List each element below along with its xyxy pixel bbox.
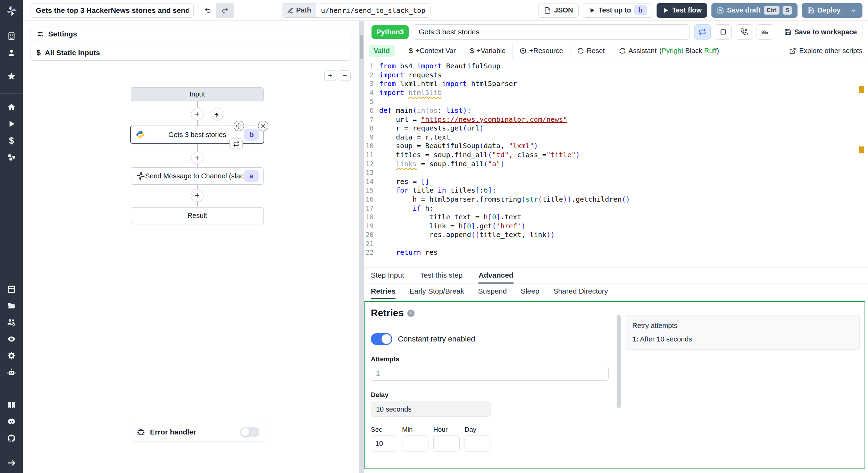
code-line[interactable]: 5 <box>364 97 868 106</box>
flow-title-input[interactable] <box>31 3 194 18</box>
code-line[interactable]: 18 title_text = h[0].text <box>364 213 868 222</box>
subtab-retries[interactable]: Retries <box>371 284 395 299</box>
result-node[interactable]: Result <box>131 207 264 224</box>
step-node-b[interactable]: Gets 3 best stories b <box>130 126 264 144</box>
code-line[interactable]: 2import requests <box>364 71 868 80</box>
code-line[interactable]: 22 return res <box>364 248 868 257</box>
star-icon[interactable] <box>6 71 17 82</box>
deploy-button[interactable]: Deploy <box>802 3 862 18</box>
undo-button[interactable] <box>199 3 216 18</box>
error-handler-toggle[interactable] <box>240 427 259 437</box>
explore-other-scripts-button[interactable]: Explore other scripts <box>789 47 862 55</box>
day-input[interactable] <box>465 436 491 451</box>
test-flow-button[interactable]: Test flow <box>657 3 707 18</box>
move-step-button[interactable] <box>234 121 244 131</box>
calendar-icon[interactable] <box>6 284 17 294</box>
add-variable-button[interactable]: $ +Variable <box>470 47 506 55</box>
code-editor[interactable]: 1from bs4 import BeautifulSoup2import re… <box>364 59 868 267</box>
robot-icon[interactable] <box>6 367 17 378</box>
code-line[interactable]: 11 titles = soup.find_all("td", class_="… <box>364 151 868 160</box>
graph-zoom-in-button[interactable]: + <box>324 70 336 81</box>
retries-scrollbar[interactable] <box>617 307 621 468</box>
tab-advanced[interactable]: Advanced <box>478 268 513 284</box>
code-line[interactable]: 3from lxml.html import html5parser <box>364 79 868 88</box>
code-line[interactable]: 14 res = [] <box>364 177 868 186</box>
tab-step-input[interactable]: Step Input <box>371 268 404 284</box>
cubes-icon[interactable] <box>6 152 17 162</box>
attempts-input[interactable] <box>371 366 609 381</box>
constant-retry-toggle[interactable] <box>371 333 392 345</box>
add-resource-button[interactable]: +Resource <box>520 47 563 55</box>
sleep-shortcut-button[interactable] <box>757 24 773 40</box>
step-title-input[interactable] <box>413 24 690 40</box>
assistant-button[interactable]: Assistant (Pyright Black Ruff) <box>619 47 719 55</box>
code-line[interactable]: 4import html5lib <box>364 88 868 98</box>
code-line[interactable]: 20 res.append((title_text, link)) <box>364 230 868 239</box>
retries-shortcut-button[interactable] <box>694 24 711 40</box>
code-line[interactable]: 8 r = requests.get(url) <box>364 124 868 133</box>
discord-icon[interactable] <box>6 416 17 427</box>
insert-step-button[interactable] <box>191 152 203 164</box>
code-line[interactable]: 13 <box>364 168 868 177</box>
repeat-icon <box>233 141 240 147</box>
panel-splitter[interactable] <box>359 21 364 473</box>
trigger-button[interactable] <box>211 108 223 120</box>
info-icon[interactable]: i <box>407 310 415 317</box>
test-up-to-button[interactable]: Test up to b <box>583 3 652 18</box>
code-line[interactable]: 1from bs4 import BeautifulSoup <box>364 62 868 71</box>
hour-input[interactable] <box>433 436 460 451</box>
splitter-handle[interactable] <box>360 35 363 59</box>
subtab-early-stop[interactable]: Early Stop/Break <box>409 284 464 299</box>
code-line[interactable]: 9 data = r.text <box>364 133 868 142</box>
github-icon[interactable] <box>6 433 17 444</box>
retry-indicator-button[interactable] <box>229 138 243 149</box>
subtab-suspend[interactable]: Suspend <box>478 284 507 299</box>
code-line[interactable]: 10 soup = BeautifulSoup(data, "lxml") <box>364 142 868 151</box>
play-icon[interactable] <box>6 119 17 129</box>
graph-zoom-out-button[interactable]: − <box>339 70 351 81</box>
suspend-shortcut-button[interactable] <box>736 24 752 40</box>
code-line[interactable]: 16 h = html5parser.fromstring(str(title)… <box>364 195 868 204</box>
gear-icon[interactable] <box>6 350 17 361</box>
save-draft-button[interactable]: Save draft Ctrl S <box>711 3 798 18</box>
step-node-a[interactable]: Send Message to Channel (slack) a <box>131 167 264 185</box>
error-handler-card[interactable]: Error handler <box>131 423 265 441</box>
insert-step-button[interactable] <box>191 108 203 120</box>
code-line[interactable]: 21 <box>364 239 868 248</box>
tab-test-this-step[interactable]: Test this step <box>420 268 463 284</box>
code-line[interactable]: 12 links = soup.find_all("a") <box>364 160 868 169</box>
eye-icon[interactable] <box>6 334 17 344</box>
code-line[interactable]: 7 url = "https://news.ycombinator.com/ne… <box>364 115 868 124</box>
flow-settings-button[interactable]: Settings <box>31 26 351 42</box>
home-icon[interactable] <box>6 102 17 112</box>
min-input[interactable] <box>402 436 428 451</box>
early-stop-shortcut-button[interactable] <box>715 24 732 40</box>
sec-input[interactable] <box>371 436 397 451</box>
code-line[interactable]: 6def main(infos: list): <box>364 106 868 115</box>
step-id-badge: a <box>244 170 259 182</box>
reset-button[interactable]: Reset <box>577 47 605 55</box>
users-gear-icon[interactable] <box>6 317 17 328</box>
dollar-icon[interactable]: $ <box>6 135 17 146</box>
insert-step-button[interactable] <box>191 189 203 202</box>
windmill-logo-icon[interactable] <box>5 4 18 17</box>
all-static-inputs-button[interactable]: $ All Static Inputs <box>31 45 351 61</box>
chevron-down-icon[interactable] <box>850 7 857 14</box>
building-icon[interactable] <box>6 31 17 41</box>
code-line[interactable]: 19 link = h[0].get('href') <box>364 222 868 231</box>
save-to-workspace-button[interactable]: Save to workspace <box>779 25 862 39</box>
delete-step-button[interactable] <box>258 121 268 131</box>
folder-icon[interactable] <box>6 301 17 311</box>
code-line[interactable]: 15 for title in titles[:6]: <box>364 186 868 195</box>
json-button[interactable]: JSON <box>539 3 578 18</box>
redo-button[interactable] <box>216 3 234 18</box>
input-node[interactable]: Input <box>131 87 264 101</box>
subtab-sleep[interactable]: Sleep <box>521 284 540 299</box>
code-line[interactable]: 17 if h: <box>364 204 868 213</box>
user-icon[interactable] <box>6 48 17 58</box>
subtab-shared-directory[interactable]: Shared Directory <box>553 284 608 299</box>
path-input[interactable] <box>316 3 431 17</box>
add-context-var-button[interactable]: $ +Context Var <box>409 47 456 55</box>
arrow-right-icon[interactable] <box>6 458 17 468</box>
book-icon[interactable] <box>6 400 17 410</box>
